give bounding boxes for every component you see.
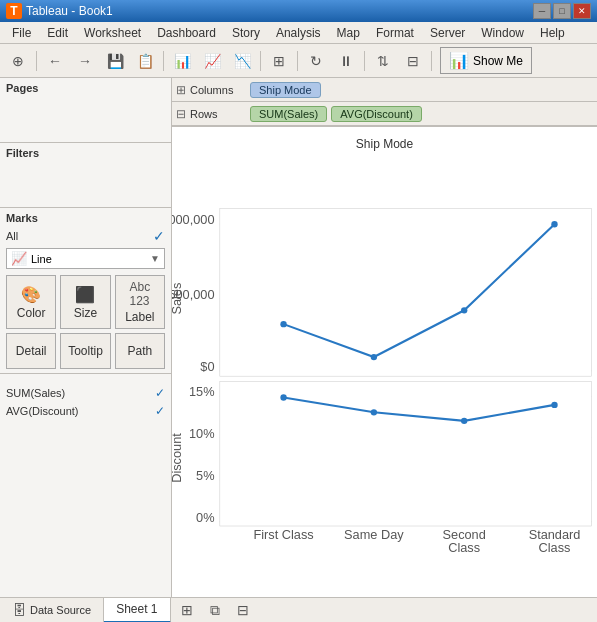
color-button[interactable]: 🎨 Color — [6, 275, 56, 329]
path-label: Path — [127, 344, 152, 358]
show-me-button[interactable]: 📊 Show Me — [440, 47, 532, 74]
tooltip-label: Tooltip — [68, 344, 103, 358]
detail-label: Detail — [16, 344, 47, 358]
svg-text:10%: 10% — [189, 426, 215, 441]
rows-label: Rows — [190, 108, 250, 120]
marks-measures: SUM(Sales) ✓ AVG(Discount) ✓ — [0, 380, 171, 424]
columns-icon: ⊞ — [176, 83, 186, 97]
sales-point-2 — [371, 354, 377, 360]
dropdown-arrow-icon: ▼ — [150, 253, 160, 264]
toolbar-sep5 — [364, 51, 365, 71]
toolbar-pause-button[interactable]: ⏸ — [332, 48, 360, 74]
row-pill-discount[interactable]: AVG(Discount) — [331, 106, 422, 122]
rows-shelf: ⊟ Rows SUM(Sales) AVG(Discount) — [172, 102, 597, 126]
filters-section: Filters — [0, 143, 171, 208]
menu-analysis[interactable]: Analysis — [268, 24, 329, 42]
toolbar-sep3 — [260, 51, 261, 71]
marks-type-select[interactable]: 📈 Line ▼ — [6, 248, 165, 269]
toolbar-sep2 — [163, 51, 164, 71]
right-panel: ⊞ Columns Ship Mode ⊟ Rows SUM(Sales) AV… — [172, 78, 597, 597]
menu-file[interactable]: File — [4, 24, 39, 42]
color-icon: 🎨 — [21, 285, 41, 304]
menu-edit[interactable]: Edit — [39, 24, 76, 42]
color-label: Color — [17, 306, 46, 320]
database-icon: 🗄 — [12, 602, 26, 618]
marks-buttons: 🎨 Color ⬛ Size Abc123 Label — [6, 275, 165, 329]
menu-story[interactable]: Story — [224, 24, 268, 42]
svg-text:$1,000,000: $1,000,000 — [172, 212, 215, 227]
tooltip-button[interactable]: Tooltip — [60, 333, 110, 369]
size-label: Size — [74, 306, 97, 320]
svg-text:Discount: Discount — [172, 433, 184, 483]
discount-point-1 — [280, 394, 286, 400]
menu-worksheet[interactable]: Worksheet — [76, 24, 149, 42]
filters-title: Filters — [6, 147, 165, 159]
svg-text:First Class: First Class — [253, 527, 313, 542]
svg-text:Class: Class — [539, 540, 571, 555]
marks-type-label: Line — [31, 253, 146, 265]
marks-title: Marks — [6, 212, 165, 224]
detail-button[interactable]: Detail — [6, 333, 56, 369]
menu-format[interactable]: Format — [368, 24, 422, 42]
filters-content — [6, 163, 165, 203]
pages-title: Pages — [6, 82, 165, 94]
toolbar-datasource-button[interactable]: 📊 — [168, 48, 196, 74]
columns-shelf: ⊞ Columns Ship Mode — [172, 78, 597, 102]
show-me-label: Show Me — [473, 54, 523, 68]
svg-text:Sales: Sales — [172, 283, 184, 315]
toolbar-back-button[interactable]: ← — [41, 48, 69, 74]
menu-server[interactable]: Server — [422, 24, 473, 42]
menu-window[interactable]: Window — [473, 24, 532, 42]
discount-point-3 — [461, 418, 467, 424]
toolbar-forward-button[interactable]: → — [71, 48, 99, 74]
toolbar-sep6 — [431, 51, 432, 71]
new-dashboard-button[interactable]: ⊟ — [231, 600, 255, 620]
label-button[interactable]: Abc123 Label — [115, 275, 165, 329]
pages-content — [6, 98, 165, 138]
measure-row-2: AVG(Discount) ✓ — [6, 402, 165, 420]
menu-help[interactable]: Help — [532, 24, 573, 42]
sheet1-label: Sheet 1 — [116, 602, 157, 616]
marks-all-label: All — [6, 230, 18, 242]
toolbar-chart2-button[interactable]: 📉 — [228, 48, 256, 74]
sales-point-1 — [280, 321, 286, 327]
toolbar-new-button[interactable]: ⊕ — [4, 48, 32, 74]
toolbar-save-button[interactable]: 💾 — [101, 48, 129, 74]
toolbar-table-button[interactable]: ⊞ — [265, 48, 293, 74]
sales-point-4 — [551, 221, 557, 227]
path-button[interactable]: Path — [115, 333, 165, 369]
column-pill-shipmode[interactable]: Ship Mode — [250, 82, 321, 98]
shelf-area: ⊞ Columns Ship Mode ⊟ Rows SUM(Sales) AV… — [172, 78, 597, 127]
maximize-button[interactable]: □ — [553, 3, 571, 19]
svg-text:0%: 0% — [196, 510, 214, 525]
toolbar-copy-button[interactable]: 📋 — [131, 48, 159, 74]
duplicate-sheet-button[interactable]: ⧉ — [203, 600, 227, 620]
show-me-icon: 📊 — [449, 51, 469, 70]
toolbar-chart-button[interactable]: 📈 — [198, 48, 226, 74]
svg-text:Class: Class — [448, 540, 480, 555]
size-button[interactable]: ⬛ Size — [60, 275, 110, 329]
svg-rect-17 — [220, 382, 592, 527]
title-bar: T Tableau - Book1 ─ □ ✕ — [0, 0, 597, 22]
menu-map[interactable]: Map — [329, 24, 368, 42]
svg-text:5%: 5% — [196, 468, 214, 483]
app-icon: T — [6, 3, 22, 19]
row-pill-sales[interactable]: SUM(Sales) — [250, 106, 327, 122]
measure-sales-label: SUM(Sales) — [6, 387, 65, 399]
toolbar-group-button[interactable]: ⊟ — [399, 48, 427, 74]
minimize-button[interactable]: ─ — [533, 3, 551, 19]
svg-text:15%: 15% — [189, 384, 215, 399]
data-source-tab[interactable]: 🗄 Data Source — [0, 598, 104, 622]
toolbar-sort-button[interactable]: ⇅ — [369, 48, 397, 74]
svg-text:Same Day: Same Day — [344, 527, 404, 542]
toolbar-refresh-button[interactable]: ↻ — [302, 48, 330, 74]
status-icons: ⊞ ⧉ ⊟ — [175, 600, 255, 620]
new-sheet-button[interactable]: ⊞ — [175, 600, 199, 620]
close-button[interactable]: ✕ — [573, 3, 591, 19]
discount-point-2 — [371, 409, 377, 415]
measure-discount-label: AVG(Discount) — [6, 405, 79, 417]
sheet1-tab[interactable]: Sheet 1 — [104, 598, 170, 623]
menu-dashboard[interactable]: Dashboard — [149, 24, 224, 42]
label-text-label: Label — [125, 310, 154, 324]
sales-point-3 — [461, 307, 467, 313]
